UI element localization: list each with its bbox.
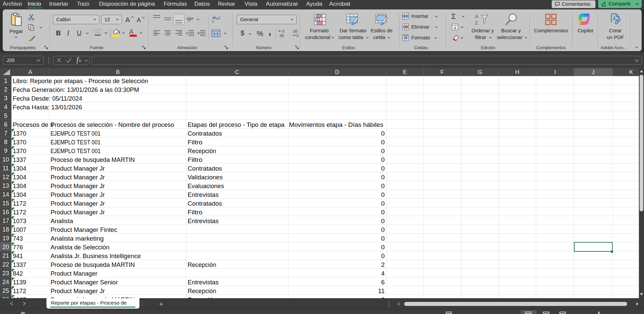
svg-text:.00: .00 [292, 29, 297, 33]
svg-text:.00: .00 [279, 34, 284, 38]
svg-text:c: c [212, 19, 214, 23]
svg-text:A: A [475, 13, 478, 19]
svg-text:Z: Z [475, 20, 478, 26]
svg-text:0: 0 [282, 29, 284, 33]
svg-text:0: 0 [296, 34, 298, 38]
